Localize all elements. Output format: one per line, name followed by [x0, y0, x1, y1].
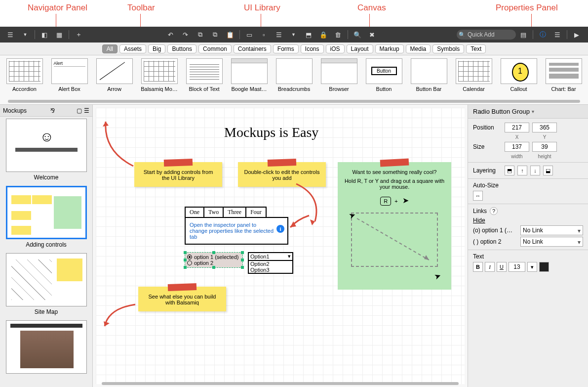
filter-ios[interactable]: iOS	[326, 44, 345, 53]
quick-add-input[interactable]: Quick Add	[457, 30, 516, 40]
align-drop-icon[interactable]: ▼	[288, 29, 299, 40]
trash-icon[interactable]: 🗑	[333, 29, 344, 40]
filter-text[interactable]: Text	[466, 44, 486, 53]
toggle-library-icon[interactable]: ▤	[518, 29, 529, 40]
thumb-view-icon[interactable]: ▢	[77, 107, 82, 114]
info-icon[interactable]: ⓘ	[537, 29, 548, 40]
combo-selected[interactable]: Option1	[249, 253, 292, 261]
tab-three[interactable]: Three	[223, 207, 246, 217]
component-chart-bar[interactable]: Chart: Bar	[543, 58, 584, 103]
pos-x-input[interactable]: 217	[505, 123, 529, 132]
redo-icon[interactable]: ↷	[180, 29, 191, 40]
combo-box[interactable]: Option1 Option2 Option3	[248, 252, 293, 274]
component-accordion[interactable]: Accordion	[4, 58, 45, 103]
nav-item-adding-controls[interactable]: Adding controls	[3, 186, 89, 248]
sticky-note-3[interactable]: See what else you can build with Balsami…	[138, 287, 226, 311]
navigator-list[interactable]: WelcomeAdding controlsSite Map	[0, 117, 92, 387]
notes-icon[interactable]: ☰	[552, 29, 563, 40]
component-arrow[interactable]: Arrow	[94, 58, 135, 103]
navigator-tree-icon[interactable]: ⅋	[50, 107, 55, 114]
undo-icon[interactable]: ↶	[165, 29, 176, 40]
bring-front-icon[interactable]: ⬒	[303, 29, 314, 40]
add-mockup-icon[interactable]: ＋	[73, 29, 84, 40]
autosize-horizontal-icon[interactable]: ↔	[473, 191, 483, 201]
text-color-swatch[interactable]	[539, 262, 549, 272]
font-size-drop-icon[interactable]: ▾	[527, 262, 537, 272]
component-button-bar[interactable]: Button Bar	[408, 58, 449, 103]
grid-view-icon[interactable]: ▦	[54, 29, 65, 40]
ungroup-icon[interactable]: ▫	[259, 29, 270, 40]
hide-links[interactable]: Hide	[473, 217, 583, 224]
filter-icons[interactable]: Icons	[301, 44, 324, 53]
present-icon[interactable]: ▶	[571, 29, 582, 40]
component-boogle-mast-[interactable]: Boogle Mast…	[229, 58, 270, 103]
bold-button[interactable]: B	[473, 262, 483, 272]
width-input[interactable]: 137	[505, 142, 529, 152]
pos-y-input[interactable]: 365	[532, 123, 557, 132]
properties-title[interactable]: Radio Button Group	[468, 105, 588, 119]
component-breadcrumbs[interactable]: Breadcrumbs	[274, 58, 314, 103]
component-calendar[interactable]: Calendar	[453, 58, 494, 103]
nav-item-site-map[interactable]: Site Map	[3, 253, 89, 315]
tabs-control[interactable]: One Two Three Four Open the inspector pa…	[185, 207, 288, 245]
italic-button[interactable]: I	[485, 262, 495, 272]
component-browser[interactable]: Browser	[318, 58, 359, 103]
font-size-input[interactable]: 13	[509, 262, 525, 272]
radio-button-group[interactable]: option 1 (selected) option 2	[185, 252, 243, 268]
radio-option-1[interactable]: option 1 (selected)	[187, 254, 240, 260]
bring-forward-icon[interactable]: ↑	[517, 166, 527, 175]
paste-icon[interactable]: 📋	[225, 29, 235, 40]
ui-library-filters: All Assets Big Buttons Common Containers…	[0, 43, 588, 55]
radio-option-2[interactable]: option 2	[187, 260, 240, 266]
nav-item-welcome[interactable]: Welcome	[3, 119, 89, 181]
autosize-label: Auto-Size	[473, 182, 583, 189]
filter-symbols[interactable]: Symbols	[432, 44, 464, 53]
green-tip-card[interactable]: Want to see something really cool? Hold …	[338, 162, 451, 290]
combo-option-3[interactable]: Option3	[249, 267, 292, 273]
height-input[interactable]: 39	[532, 142, 557, 152]
lock-icon[interactable]: 🔒	[318, 29, 329, 40]
filter-assets[interactable]: Assets	[119, 44, 146, 53]
sticky-note-1[interactable]: Start by adding controls from the UI Lib…	[134, 162, 222, 187]
zoom-icon[interactable]: 🔍	[352, 29, 363, 40]
filter-common[interactable]: Common	[198, 44, 232, 53]
link-opt2-select[interactable]: No Link	[520, 237, 583, 247]
nav-item-untitled[interactable]	[3, 320, 89, 376]
dropdown-icon[interactable]: ▼	[20, 29, 31, 40]
links-help-icon[interactable]: ?	[490, 207, 498, 215]
filter-all[interactable]: All	[102, 44, 118, 53]
copy-icon[interactable]: ⧉	[195, 29, 206, 40]
filter-containers[interactable]: Containers	[234, 44, 271, 53]
width-sublabel: width	[505, 154, 529, 159]
filter-big[interactable]: Big	[148, 44, 165, 53]
canvas[interactable]: Mockups is Easy Start by adding controls…	[96, 108, 465, 384]
filter-layout[interactable]: Layout	[347, 44, 373, 53]
underline-button[interactable]: U	[497, 262, 507, 272]
tab-four[interactable]: Four	[245, 207, 267, 217]
filter-media[interactable]: Media	[406, 44, 431, 53]
filter-buttons[interactable]: Buttons	[167, 44, 196, 53]
component-alert-box[interactable]: Alert Box	[49, 58, 90, 103]
filter-forms[interactable]: Forms	[273, 44, 299, 53]
markup-toggle-icon[interactable]: ✖	[367, 29, 378, 40]
combo-option-2[interactable]: Option2	[249, 261, 292, 267]
link-opt1-select[interactable]: No Link	[520, 225, 583, 235]
component-button[interactable]: Button	[363, 58, 404, 103]
send-to-back-icon[interactable]: ⬓	[543, 166, 553, 175]
component-callout[interactable]: Callout	[498, 58, 539, 103]
component-block-of-text[interactable]: Block of Text	[184, 58, 225, 103]
send-backward-icon[interactable]: ↓	[530, 166, 540, 175]
duplicate-icon[interactable]: ⧉	[210, 29, 221, 40]
menu-icon[interactable]: ☰	[5, 29, 16, 40]
canvas-hscroll[interactable]	[102, 382, 459, 385]
toggle-navigator-icon[interactable]: ◧	[39, 29, 50, 40]
list-view-icon[interactable]: ☰	[84, 107, 89, 114]
filter-markup[interactable]: Markup	[375, 44, 404, 53]
group-icon[interactable]: ▭	[244, 29, 255, 40]
bring-to-front-icon[interactable]: ⬒	[505, 166, 514, 175]
component-balsamiq-mo-[interactable]: Balsamiq Mo…	[139, 58, 180, 103]
tab-two[interactable]: Two	[203, 207, 224, 217]
align-icon[interactable]: ☰	[274, 29, 284, 40]
tab-one[interactable]: One	[185, 207, 204, 217]
green-line-1: Want to see something really cool?	[344, 169, 445, 175]
